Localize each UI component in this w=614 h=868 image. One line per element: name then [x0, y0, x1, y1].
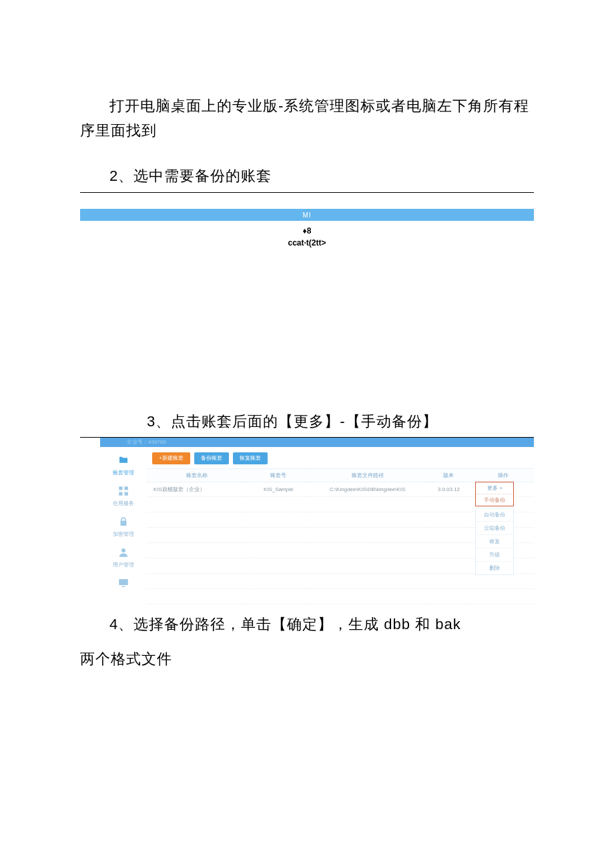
svg-rect-0 [119, 486, 122, 490]
figure-1: MI ♦8 ccat·t(2tt> [80, 209, 534, 249]
col-header-ver: 版本 [426, 468, 473, 482]
sidebar-item-label: 用户管理 [113, 561, 134, 568]
toolbar: +新建账套 备份账套 恢复账套 [147, 447, 534, 468]
more-label: 更多 [487, 485, 498, 491]
figure-1-text-line1: ♦8 [80, 225, 534, 237]
step-4-line1: 4、选择备份路径，单击【确定】，生成 dbb 和 bak [80, 607, 534, 642]
menu-item-cloud-backup[interactable]: 云端备份 [476, 522, 513, 535]
sidebar-item-encrypt-mgmt[interactable]: 加密管理 [113, 515, 134, 538]
chevron-down-icon: ▾ [498, 486, 503, 490]
cell-name: KIS旗舰版套（企业） [147, 482, 248, 496]
svg-rect-6 [122, 586, 125, 587]
svg-point-4 [121, 548, 125, 552]
menu-item-repair[interactable]: 修复 [476, 535, 513, 548]
user-icon [116, 546, 131, 559]
table-row [147, 573, 534, 588]
svg-rect-1 [125, 486, 128, 490]
col-header-op: 操作 [472, 468, 534, 482]
more-menu-highlight: 更多▾ 手动备份 [475, 482, 514, 506]
sidebar-item-label: 在用服务 [113, 500, 134, 507]
step-4-paragraph: 4、选择备份路径，单击【确定】，生成 dbb 和 bak 两个格式文件 [80, 607, 534, 678]
intro-paragraph: 打开电脑桌面上的专业版-系统管理图标或者电脑左下角所有程序里面找到 [80, 93, 534, 143]
table-row [147, 588, 534, 604]
step-3-heading: 3、点击账套后面的【更多】-【手动备份】 [80, 409, 534, 437]
sidebar-item-user-mgmt[interactable]: 用户管理 [113, 546, 134, 568]
enterprise-id-label: 企业号：438789 [127, 438, 166, 446]
step-2-heading: 2、选中需要备份的账套 [80, 163, 534, 193]
cell-ver: 3.0.03.12 [426, 482, 473, 496]
new-account-button[interactable]: +新建账套 [152, 452, 190, 464]
figure-1-text-line2: ccat·t(2tt> [80, 237, 534, 249]
monitor-icon [116, 576, 131, 590]
sidebar-item-misc[interactable] [116, 576, 131, 590]
grid-icon [116, 484, 131, 498]
col-header-path: 账套文件路径 [310, 468, 426, 482]
svg-rect-3 [125, 492, 128, 495]
table-header-row: 账套名称 账套号 账套文件路径 版本 操作 [147, 468, 534, 482]
sidebar-item-account-mgmt[interactable]: 账套管理 [113, 454, 134, 476]
sidebar-item-label: 加密管理 [113, 530, 134, 538]
restore-account-button[interactable]: 恢复账套 [233, 452, 268, 464]
more-button[interactable]: 更多▾ [476, 482, 513, 494]
sidebar-item-label: 账套管理 [113, 469, 134, 476]
app-topbar: 企业号：438789 [100, 438, 534, 447]
menu-item-upgrade[interactable]: 升级 [476, 548, 513, 562]
manual-backup-item[interactable]: 手动备份 [476, 494, 513, 506]
figure-1-banner-text: MI [302, 211, 311, 219]
svg-rect-5 [119, 579, 128, 585]
figure-2-app: 企业号：438789 账套管理 在用服务 [100, 438, 534, 604]
cell-path: C:\Kingdee\KIS\DB\kingdee\KIS [310, 482, 426, 496]
figure-1-banner: MI [80, 209, 534, 221]
menu-item-auto-backup[interactable]: 自动备份 [476, 508, 513, 522]
more-menu: 更多▾ 手动备份 自动备份 云端备份 修复 升级 删除 [475, 482, 514, 575]
cell-code: KIS_Sample [248, 482, 310, 496]
step-4-line2: 两个格式文件 [80, 642, 534, 677]
col-header-code: 账套号 [248, 468, 310, 482]
more-menu-list: 自动备份 云端备份 修复 升级 删除 [475, 508, 514, 575]
menu-item-delete[interactable]: 删除 [476, 562, 513, 574]
folder-icon [116, 454, 131, 467]
backup-account-button[interactable]: 备份账套 [194, 452, 229, 464]
svg-rect-2 [119, 492, 122, 495]
col-header-name: 账套名称 [147, 468, 248, 482]
sidebar-item-app-service[interactable]: 在用服务 [113, 484, 134, 507]
lock-icon [116, 515, 131, 528]
app-sidebar: 账套管理 在用服务 加密管理 [100, 447, 147, 604]
